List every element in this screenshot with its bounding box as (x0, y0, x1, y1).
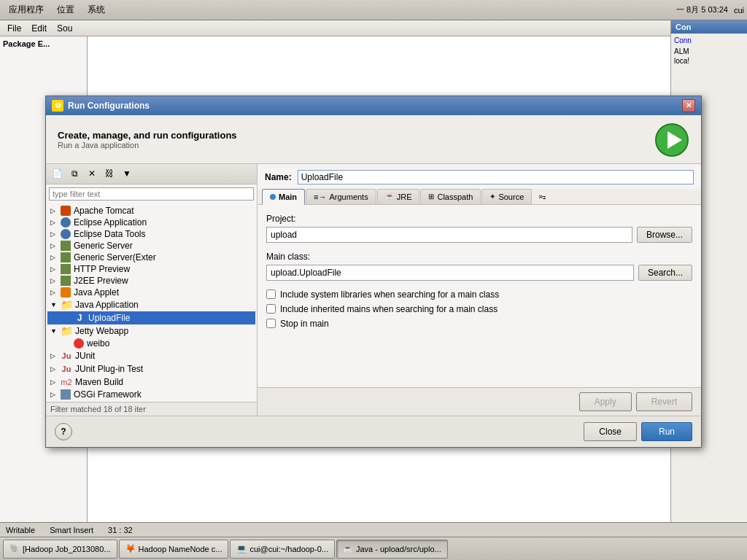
tab-source[interactable]: ✦ Source (481, 189, 532, 204)
tab-arguments[interactable]: ≡→ Arguments (306, 189, 376, 204)
revert-button[interactable]: Revert (636, 392, 692, 411)
header-title: Create, manage, and run configurations (58, 130, 237, 141)
writable-status: Writable (6, 526, 35, 534)
tab-extra[interactable]: »₂ (533, 189, 551, 204)
weibo-icon (74, 338, 84, 349)
tree-item-weibo[interactable]: weibo (47, 338, 255, 349)
taskbar-item-hadoop-job[interactable]: 🐘 [Hadoop Job_2013080... (3, 540, 117, 559)
taskbar-top: 应用程序 位置 系统 一 8月 5 03:24 cui (0, 0, 747, 20)
expand-arrow: ▼ (50, 301, 58, 308)
upload-class-icon: J (74, 312, 85, 324)
tree-label: UploadFile (88, 313, 130, 323)
new-config-button[interactable]: 📄 (49, 166, 65, 181)
main-class-input[interactable] (266, 265, 634, 281)
duplicate-button[interactable]: ⧉ (66, 166, 82, 181)
tabs-row: Main ≡→ Arguments ☕ JRE ⊞ Classpath (258, 189, 701, 205)
taskbar-item-label: Hadoop NameNode c... (139, 545, 222, 553)
tree-item-jetty-webapp[interactable]: ▼ 📁 Jetty Webapp (47, 324, 255, 338)
tomcat-icon (61, 206, 71, 216)
include-inherited-checkbox[interactable] (266, 304, 276, 314)
taskbar-item-java[interactable]: ☕ Java - upload/src/uplo... (336, 540, 448, 559)
expand-arrow: ▷ (50, 289, 58, 296)
stop-in-main-label: Stop in main (280, 319, 329, 329)
tree-label: Maven Build (75, 377, 123, 387)
tree-label: Java Applet (74, 287, 119, 298)
tree-item-generic-server[interactable]: ▷ Generic Server (47, 240, 255, 252)
tree-item-java-applet[interactable]: ▷ Java Applet (47, 287, 255, 298)
tree-item-osgi[interactable]: ▷ OSGi Framework (47, 389, 255, 400)
main-class-search-button[interactable]: Search... (638, 265, 692, 281)
close-button[interactable]: Close (584, 422, 637, 441)
tab-main[interactable]: Main (262, 189, 305, 205)
tree-item-eclipse-data-tools[interactable]: ▷ Eclipse Data Tools (47, 228, 255, 240)
project-row: Browse... (266, 227, 692, 243)
applet-icon (61, 287, 71, 298)
include-system-label: Include system libraries when searching … (280, 289, 499, 300)
link-button[interactable]: ⛓ (101, 166, 117, 181)
tab-arguments-label: ≡→ (314, 192, 326, 201)
taskbar-item-label: Java - upload/src/uplo... (356, 545, 441, 553)
run-button[interactable]: Run (641, 422, 692, 441)
tab-classpath-icon: ⊞ (428, 192, 434, 201)
app-menu-item[interactable]: 应用程序 (3, 2, 50, 18)
username: cui (734, 6, 744, 15)
project-browse-button[interactable]: Browse... (637, 227, 692, 243)
location-menu-item[interactable]: 位置 (51, 2, 80, 18)
include-system-checkbox[interactable] (266, 289, 276, 299)
expand-arrow: ▷ (50, 230, 58, 238)
tree-item-eclipse-application[interactable]: ▷ Eclipse Application (47, 217, 255, 228)
taskbar-item-label: cui@cui:~/hadoop-0... (249, 545, 328, 553)
jetty-folder-icon: 📁 (61, 325, 72, 337)
tree-item-java-application[interactable]: ▼ 📁 Java Application (47, 298, 255, 311)
stop-in-main-row: Stop in main (266, 319, 692, 329)
main-class-label: Main class: (266, 252, 692, 262)
tree-label: Apache Tomcat (74, 206, 134, 216)
top-menu: 应用程序 位置 系统 (3, 2, 111, 18)
options-button[interactable]: ▼ (119, 166, 135, 181)
help-button[interactable]: ? (55, 423, 72, 440)
expand-arrow: ▷ (50, 242, 58, 249)
project-label: Project: (266, 214, 692, 224)
tab-source-icon: ✦ (489, 192, 495, 201)
tree-item-uploadfile[interactable]: J UploadFile (47, 311, 255, 324)
taskbar-item-hadoop-namenode[interactable]: 🦊 Hadoop NameNode c... (119, 540, 229, 559)
dialog-right-panel: Name: Main ≡→ Arguments (258, 164, 701, 416)
eclipse-data-icon (61, 229, 71, 239)
tree-label: J2EE Preview (74, 276, 128, 286)
tree-item-http-preview[interactable]: ▷ HTTP Preview (47, 263, 255, 275)
include-inherited-label: Include inherited mains when searching f… (280, 304, 498, 314)
eclipse-app-icon (61, 217, 71, 228)
config-tree: ▷ Apache Tomcat ▷ Eclipse Application ▷ (46, 203, 257, 402)
system-menu-item[interactable]: 系统 (82, 2, 111, 18)
tab-source-label: Source (498, 192, 524, 201)
project-input[interactable] (266, 227, 632, 243)
taskbar-item-terminal[interactable]: 💻 cui@cui:~/hadoop-0... (230, 540, 334, 559)
tree-item-junit[interactable]: ▷ Ju JUnit (47, 349, 255, 362)
dialog-title: Run Configurations (68, 101, 150, 111)
delete-button[interactable]: ✕ (84, 166, 100, 181)
taskbar-bottom: 🐘 [Hadoop Job_2013080... 🦊 Hadoop NameNo… (0, 537, 747, 560)
name-input[interactable] (298, 170, 694, 184)
apply-button[interactable]: Apply (579, 392, 632, 411)
tab-arguments-text: Arguments (329, 192, 368, 201)
tab-jre[interactable]: ☕ JRE (377, 189, 420, 204)
stop-in-main-checkbox[interactable] (266, 319, 276, 328)
tab-dot (270, 194, 276, 200)
tab-jre-icon: ☕ (385, 192, 394, 201)
left-toolbar: 📄 ⧉ ✕ ⛓ ▼ (46, 164, 257, 184)
tree-label: Eclipse Data Tools (74, 229, 146, 239)
j2ee-icon (61, 276, 71, 286)
dialog-titlebar: ⚙ Run Configurations ✕ (46, 96, 701, 115)
tree-item-maven-build[interactable]: ▷ m2 Maven Build (47, 376, 255, 389)
expand-arrow: ▷ (50, 378, 58, 386)
close-icon[interactable]: ✕ (682, 99, 695, 112)
expand-arrow: ▼ (50, 327, 58, 335)
tree-item-generic-server-ext[interactable]: ▷ Generic Server(Exter (47, 252, 255, 263)
tab-classpath[interactable]: ⊞ Classpath (420, 189, 481, 204)
tree-item-apache-tomcat[interactable]: ▷ Apache Tomcat (47, 205, 255, 217)
tree-item-j2ee-preview[interactable]: ▷ J2EE Preview (47, 275, 255, 287)
filter-input[interactable] (49, 187, 254, 201)
tree-item-junit-plugin[interactable]: ▷ Ju JUnit Plug-in Test (47, 362, 255, 376)
clock: 一 8月 5 03:24 (676, 4, 728, 15)
expand-arrow: ▷ (50, 365, 58, 373)
